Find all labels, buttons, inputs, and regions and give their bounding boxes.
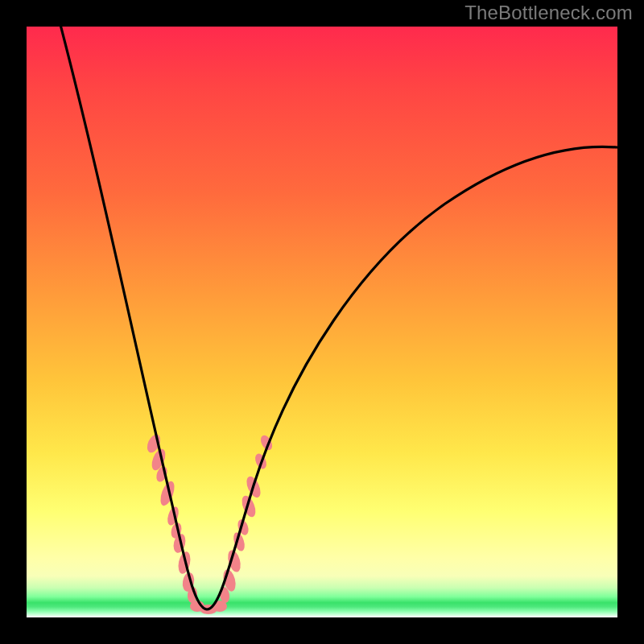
- bottleneck-curve: [59, 27, 617, 609]
- watermark-text: TheBottleneck.com: [464, 2, 633, 24]
- chart-frame: TheBottleneck.com: [0, 0, 644, 644]
- plot-area: [27, 27, 617, 617]
- chart-svg: [27, 27, 617, 617]
- blob-group: [145, 432, 275, 614]
